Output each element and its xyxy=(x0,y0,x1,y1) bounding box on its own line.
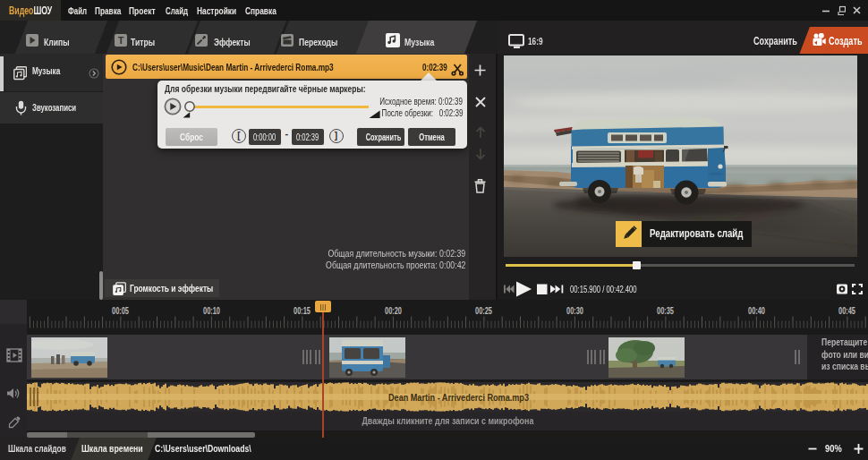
svg-text:00:25: 00:25 xyxy=(475,306,492,316)
svg-text:Dean Martin - Arrivederci Roma: Dean Martin - Arrivederci Roma.mp3 xyxy=(388,392,529,403)
svg-text:00:45: 00:45 xyxy=(838,306,855,316)
svg-text:00:05: 00:05 xyxy=(112,306,129,316)
svg-text:00:10: 00:10 xyxy=(203,306,220,316)
svg-text:00:30: 00:30 xyxy=(566,306,583,316)
svg-text:00:15: 00:15 xyxy=(294,306,311,316)
svg-text:00:35: 00:35 xyxy=(657,306,674,316)
svg-text:00:40: 00:40 xyxy=(748,306,765,316)
svg-text:00:20: 00:20 xyxy=(385,306,402,316)
